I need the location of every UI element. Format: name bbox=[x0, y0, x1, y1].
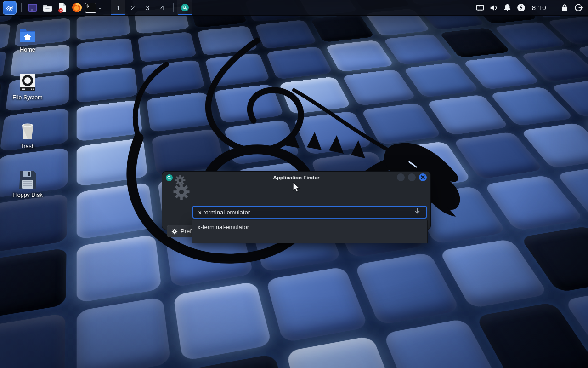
wallpaper-cube bbox=[361, 103, 442, 145]
taskbar-application-finder-button[interactable] bbox=[177, 0, 192, 15]
application-finder-window: Application Finder bbox=[162, 171, 431, 230]
wallpaper-cube bbox=[0, 248, 67, 320]
file-manager-icon bbox=[42, 2, 53, 13]
wallpaper-cube bbox=[254, 20, 317, 49]
lock-screen-icon[interactable] bbox=[558, 1, 571, 15]
close-button[interactable] bbox=[419, 173, 427, 181]
desktop-root: $_ ⌄ 1 2 3 4 bbox=[0, 0, 588, 368]
window-title: Application Finder bbox=[162, 175, 430, 180]
wallpaper-cube bbox=[266, 46, 333, 80]
wallpaper-cube bbox=[77, 297, 171, 368]
wallpaper-cube bbox=[77, 100, 143, 142]
notifications-bell-icon[interactable] bbox=[501, 1, 514, 15]
wallpaper-cube bbox=[0, 313, 66, 368]
launcher-file-manager[interactable] bbox=[40, 1, 55, 15]
panel-separator bbox=[554, 3, 554, 12]
hard-drive-icon bbox=[18, 73, 37, 92]
workspace-3-label: 3 bbox=[146, 4, 149, 12]
workspace-1-button[interactable]: 1 bbox=[111, 0, 125, 15]
volume-icon[interactable] bbox=[487, 1, 501, 15]
application-search-input[interactable] bbox=[192, 206, 427, 218]
wallpaper-cube bbox=[475, 302, 588, 368]
ethernet-network-icon[interactable] bbox=[473, 1, 487, 15]
wallpaper-cube bbox=[204, 53, 270, 87]
maximize-button[interactable] bbox=[408, 173, 416, 181]
preferences-gears-icon bbox=[168, 173, 194, 204]
wallpaper-cube bbox=[146, 92, 215, 132]
log-out-icon[interactable] bbox=[571, 1, 585, 15]
wallpaper-cube bbox=[311, 14, 374, 42]
clock[interactable]: 8:10 bbox=[528, 4, 550, 12]
workspace-2-label: 2 bbox=[131, 4, 135, 12]
terminal-icon: $_ bbox=[85, 3, 96, 13]
wallpaper-cube bbox=[342, 69, 416, 106]
kali-menu-icon bbox=[5, 3, 15, 13]
wallpaper-cube bbox=[77, 138, 148, 187]
desktop-icon-trash[interactable]: Trash bbox=[0, 121, 55, 150]
wallpaper-cube bbox=[197, 26, 258, 56]
gear-icon bbox=[171, 228, 178, 235]
wallpaper-cube bbox=[77, 67, 138, 103]
desktop-icon-file-system[interactable]: File System bbox=[0, 73, 55, 101]
application-finder-icon bbox=[181, 4, 189, 12]
launcher-terminal[interactable]: $_ bbox=[84, 1, 97, 15]
desktop-icon-label: Floppy Disk bbox=[12, 192, 42, 198]
wallpaper-cube bbox=[0, 194, 68, 253]
desktop-icon-label: Home bbox=[20, 46, 35, 53]
wallpaper-cube bbox=[224, 120, 300, 165]
wallpaper-cube bbox=[152, 129, 226, 176]
launcher-qterminal[interactable] bbox=[25, 1, 40, 15]
desktop-icon-floppy-disk[interactable]: Floppy Disk bbox=[0, 170, 55, 198]
wallpaper-cube bbox=[294, 111, 373, 155]
wallpaper-cube bbox=[77, 12, 130, 40]
wallpaper-cube bbox=[77, 234, 162, 303]
workspace-1-label: 1 bbox=[116, 4, 120, 12]
search-results-popup: x-terminal-emulator bbox=[192, 220, 428, 243]
firefox-icon bbox=[71, 2, 83, 13]
wallpaper-cube bbox=[141, 60, 205, 95]
panel-separator bbox=[107, 3, 107, 12]
wallpaper-cube bbox=[77, 182, 154, 240]
wallpaper-cube bbox=[286, 336, 402, 368]
floppy-disk-icon bbox=[18, 170, 37, 190]
wallpaper-cube bbox=[279, 76, 351, 114]
desktop-icon-home[interactable]: Home bbox=[0, 26, 55, 53]
wallpaper-cube bbox=[325, 40, 394, 72]
wallpaper-cube bbox=[137, 32, 197, 63]
workspace-3-button[interactable]: 3 bbox=[140, 0, 155, 15]
top-panel: $_ ⌄ 1 2 3 4 bbox=[0, 0, 588, 16]
mouse-cursor bbox=[291, 181, 301, 194]
wallpaper-cube bbox=[354, 253, 461, 325]
close-icon bbox=[421, 175, 425, 179]
launcher-chevron-down-icon[interactable]: ⌄ bbox=[98, 5, 102, 11]
power-manager-icon[interactable] bbox=[514, 1, 528, 15]
wallpaper-cube bbox=[77, 38, 134, 69]
terminal-glyph-text: $_ bbox=[86, 4, 91, 8]
wallpaper-cube bbox=[383, 34, 453, 65]
launcher-firefox[interactable] bbox=[69, 1, 84, 15]
wallpaper-cube bbox=[173, 281, 272, 361]
launcher-text-editor[interactable] bbox=[55, 1, 69, 15]
trash-icon bbox=[18, 121, 37, 141]
desktop-icon-label: File System bbox=[12, 94, 42, 101]
minimize-button[interactable] bbox=[397, 173, 405, 181]
panel-separator bbox=[173, 3, 174, 12]
workspace-2-button[interactable]: 2 bbox=[125, 0, 140, 15]
qterminal-icon bbox=[27, 2, 38, 13]
workspace-4-label: 4 bbox=[160, 4, 164, 12]
panel-separator bbox=[21, 3, 22, 12]
desktop-icon-label: Trash bbox=[20, 143, 35, 150]
wallpaper-cube bbox=[266, 266, 368, 343]
text-editor-icon bbox=[57, 2, 68, 13]
search-result-item[interactable]: x-terminal-emulator bbox=[192, 220, 427, 233]
home-icon bbox=[18, 26, 37, 44]
workspace-4-button[interactable]: 4 bbox=[155, 0, 170, 15]
applications-menu-button[interactable] bbox=[3, 1, 17, 15]
wallpaper-cube bbox=[214, 84, 284, 123]
